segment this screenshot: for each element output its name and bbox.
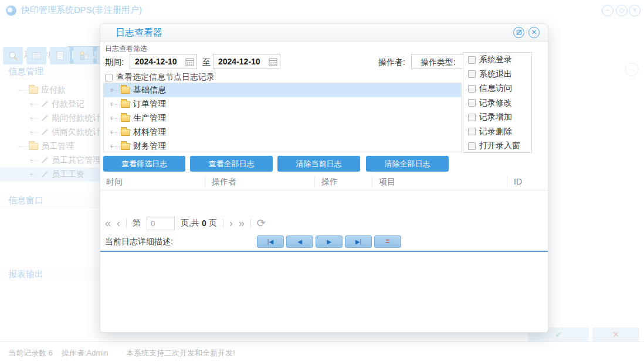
checkbox-icon[interactable]: [105, 74, 113, 81]
folder-icon: [121, 87, 130, 94]
col-project[interactable]: 项目: [379, 177, 395, 187]
to-label: 至: [202, 57, 211, 68]
page-number-input[interactable]: [147, 217, 175, 230]
screen: 快印管理系统DPS(非注册用户) − ◇ × 系统导航 信息 信息管理 − 应付…: [0, 0, 644, 362]
detail-text-area[interactable]: [100, 252, 548, 332]
nav-first-button[interactable]: |◀: [257, 235, 284, 248]
date-from-input[interactable]: [130, 54, 184, 69]
view-all-logs-button[interactable]: 查看全部日志: [190, 156, 273, 172]
pages-suffix: 页: [209, 218, 217, 228]
tree-item-finance-mgmt[interactable]: + 财务管理: [104, 139, 461, 152]
op-type-option[interactable]: 记录删除: [463, 125, 531, 139]
dialog-node-tree: + 基础信息 + 订单管理 + 生产管理 + 材料管理 +: [103, 83, 462, 152]
prev-page-button[interactable]: ‹: [117, 217, 120, 230]
date-to-calendar-button[interactable]: [266, 54, 280, 69]
col-operator[interactable]: 操作者: [212, 177, 236, 187]
checkbox-icon[interactable]: [468, 128, 476, 135]
view-filtered-logs-button[interactable]: 查看筛选日志: [103, 156, 185, 172]
op-type-option[interactable]: 系统退出: [463, 67, 531, 82]
col-time[interactable]: 时间: [106, 177, 123, 187]
col-id[interactable]: ID: [514, 177, 522, 186]
calendar-icon: [269, 57, 277, 66]
nav-delete-button[interactable]: =: [374, 235, 401, 248]
last-page-button[interactable]: »: [239, 217, 245, 230]
tree-item-basic-info[interactable]: + 基础信息: [104, 83, 461, 97]
operator-label: 操作者:: [378, 57, 405, 68]
log-table-header: 时间 操作者 操作 项目 ID: [100, 174, 548, 190]
pin-toggle-icon[interactable]: [513, 27, 524, 38]
filter-group-label: 日志查看筛选: [105, 44, 147, 54]
nav-last-button[interactable]: ▶|: [345, 235, 372, 248]
date-from-calendar-button[interactable]: [183, 54, 197, 69]
next-page-button[interactable]: ›: [229, 217, 233, 230]
first-page-button[interactable]: «: [105, 217, 111, 230]
calendar-icon: [185, 57, 194, 66]
log-viewer-dialog: 日志查看器 ✕ 日志查看筛选 期间: 至 操作者: ˅ 操作类型: 系统登录 系…: [100, 23, 548, 333]
dialog-title: 日志查看器: [116, 27, 162, 39]
op-type-option[interactable]: 信息访问: [463, 81, 531, 96]
op-type-option[interactable]: 记录修改: [463, 96, 531, 111]
date-to-input[interactable]: [213, 54, 267, 69]
checkbox-icon[interactable]: [468, 56, 476, 64]
pages-prefix: 页,共: [181, 218, 199, 228]
folder-icon: [121, 101, 130, 108]
tree-item-material-mgmt[interactable]: + 材料管理: [104, 125, 461, 139]
checkbox-icon[interactable]: [468, 70, 476, 78]
clear-current-logs-button[interactable]: 清除当前日志: [277, 156, 360, 172]
detail-row: 当前日志详细描述: |◀ ◀ ▶ ▶| =: [100, 235, 548, 250]
period-label: 期间:: [105, 57, 124, 68]
dialog-close-icon[interactable]: ✕: [528, 27, 540, 38]
folder-icon: [121, 129, 130, 136]
checkbox-icon[interactable]: [468, 114, 476, 121]
record-navigator: |◀ ◀ ▶ ▶| =: [257, 235, 401, 248]
col-operation[interactable]: 操作: [321, 177, 338, 187]
nav-prev-button[interactable]: ◀: [286, 235, 313, 248]
tree-item-order-mgmt[interactable]: + 订单管理: [104, 97, 461, 111]
checkbox-icon[interactable]: [468, 85, 476, 93]
checkbox-icon[interactable]: [468, 99, 476, 107]
pagination-bar: « ‹ 第 页,共 0 页 › » ⟳: [105, 216, 266, 231]
op-type-list: 系统登录 系统退出 信息访问 记录修改 记录增加 记录删除 打开录入窗: [463, 52, 532, 153]
page-label: 第: [133, 218, 141, 228]
node-filter-checkbox-row[interactable]: 查看选定信息节点日志记录: [105, 72, 215, 83]
tree-item-production-mgmt[interactable]: + 生产管理: [104, 111, 461, 125]
op-type-option[interactable]: 系统登录: [463, 53, 531, 67]
folder-icon: [121, 115, 130, 122]
refresh-icon[interactable]: ⟳: [257, 217, 266, 230]
op-type-option[interactable]: 记录增加: [463, 110, 531, 125]
detail-label: 当前日志详细描述:: [105, 237, 173, 247]
clear-all-logs-button[interactable]: 清除全部日志: [366, 156, 449, 172]
dialog-header[interactable]: 日志查看器 ✕: [100, 24, 548, 42]
op-type-option[interactable]: 打开录入窗: [463, 139, 531, 153]
nav-next-button[interactable]: ▶: [316, 235, 343, 248]
op-type-label: 操作类型:: [421, 57, 456, 68]
folder-icon: [121, 143, 130, 150]
pages-count: 0: [202, 218, 206, 228]
checkbox-icon[interactable]: [468, 142, 476, 150]
